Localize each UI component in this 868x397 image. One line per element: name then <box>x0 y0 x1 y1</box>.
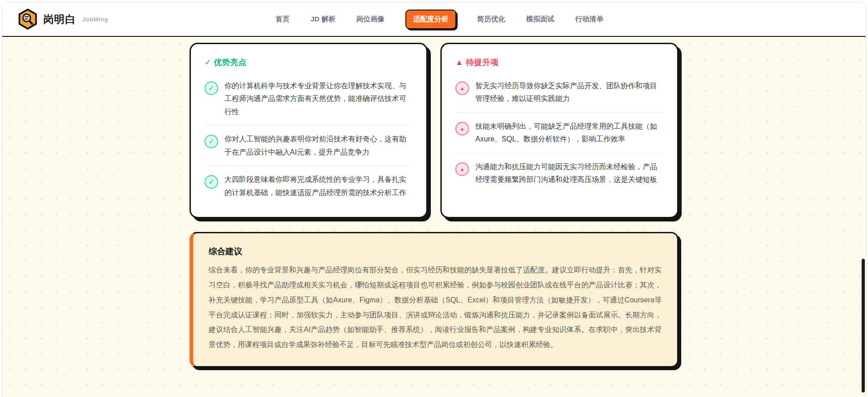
strength-item-text: 你的计算机科学与技术专业背景让你在理解技术实现、与工程师沟通产品需求方面有天然优… <box>224 80 413 118</box>
nav-item-action-list[interactable]: 行动清单 <box>575 15 604 24</box>
improvements-card-title: ▲ 待提升项 <box>455 57 663 68</box>
strengths-card-title: ✓ 优势亮点 <box>205 57 413 68</box>
main-nav: 首页 JD 解析 岗位画像 适配度分析 简历优化 模拟面试 行动清单 <box>275 10 604 29</box>
strength-item: ✓ 你对人工智能的兴趣表明你对前沿技术有好奇心，这有助于在产品设计中融入AI元素… <box>205 125 413 166</box>
check-circle-icon: ✓ <box>205 81 218 95</box>
improvement-item: ▲ 沟通能力和抗压能力可能因无实习经历而未经检验，产品经理需要频繁跨部门沟通和处… <box>455 153 663 193</box>
strengths-card: ✓ 优势亮点 ✓ 你的计算机科学与技术专业背景让你在理解技术实现、与工程师沟通产… <box>190 43 428 218</box>
brand-subtitle: JobMing <box>82 16 108 23</box>
app-window: 岗明白 JobMing 首页 JD 解析 岗位画像 适配度分析 简历优化 模拟面… <box>2 2 866 397</box>
advice-card-body: 综合来看，你的专业背景和兴趣与产品经理岗位有部分契合，但实习经历和技能的缺失显著… <box>209 263 662 352</box>
improvement-item-text: 技能未明确列出，可能缺乏产品经理常用的工具技能（如Axure、SQL、数据分析软… <box>475 120 663 146</box>
improvement-item-text: 暂无实习经历导致你缺乏实际产品开发、团队协作和项目管理经验，难以证明实践能力 <box>475 80 663 106</box>
brand-logo[interactable]: 岗明白 JobMing <box>18 8 108 30</box>
nav-item-resume-optimize[interactable]: 简历优化 <box>477 15 505 24</box>
top-navigation-bar: 岗明白 JobMing 首页 JD 解析 岗位画像 适配度分析 简历优化 模拟面… <box>2 2 866 37</box>
nav-item-job-profile[interactable]: 岗位画像 <box>356 15 384 24</box>
brand-name: 岗明白 <box>43 12 76 26</box>
strength-item-text: 你对人工智能的兴趣表明你对前沿技术有好奇心，这有助于在产品设计中融入AI元素，提… <box>224 133 413 159</box>
nav-item-mock-interview[interactable]: 模拟面试 <box>526 15 554 24</box>
improvement-item: ▲ 暂无实习经历导致你缺乏实际产品开发、团队协作和项目管理经验，难以证明实践能力 <box>455 72 663 112</box>
scrollbar-thumb[interactable] <box>862 259 865 392</box>
overall-advice-card: 综合建议 综合来看，你的专业背景和兴趣与产品经理岗位有部分契合，但实习经历和技能… <box>190 232 678 367</box>
check-icon: ✓ <box>205 58 211 67</box>
improvement-item: ▲ 技能未明确列出，可能缺乏产品经理常用的工具技能（如Axure、SQL、数据分… <box>455 112 663 153</box>
improvement-item-text: 沟通能力和抗压能力可能因无实习经历而未经检验，产品经理需要频繁跨部门沟通和处理高… <box>475 161 663 186</box>
warning-triangle-icon: ▲ <box>455 58 464 67</box>
nav-item-home[interactable]: 首页 <box>275 15 289 24</box>
strength-item: ✓ 你的计算机科学与技术专业背景让你在理解技术实现、与工程师沟通产品需求方面有天… <box>205 72 413 125</box>
improvements-card: ▲ 待提升项 ▲ 暂无实习经历导致你缺乏实际产品开发、团队协作和项目管理经验，难… <box>440 43 678 218</box>
main-content-area: ✓ 优势亮点 ✓ 你的计算机科学与技术专业背景让你在理解技术实现、与工程师沟通产… <box>2 37 866 397</box>
nav-item-fit-analysis-active[interactable]: 适配度分析 <box>405 10 456 29</box>
analysis-cards-row: ✓ 优势亮点 ✓ 你的计算机科学与技术专业背景让你在理解技术实现、与工程师沟通产… <box>190 43 678 218</box>
strength-item-text: 大四阶段意味着你即将完成系统性的专业学习，具备扎实的计算机基础，能快速适应产品经… <box>224 173 413 199</box>
advice-card-title: 综合建议 <box>209 246 662 257</box>
check-circle-icon: ✓ <box>205 175 218 189</box>
warning-circle-icon: ▲ <box>455 81 469 95</box>
check-circle-icon: ✓ <box>205 135 218 148</box>
warning-circle-icon: ▲ <box>455 122 469 136</box>
strength-item: ✓ 大四阶段意味着你即将完成系统性的专业学习，具备扎实的计算机基础，能快速适应产… <box>205 166 413 206</box>
warning-circle-icon: ▲ <box>455 162 469 176</box>
hexagon-magnifier-icon <box>18 8 38 30</box>
nav-item-jd-analysis[interactable]: JD 解析 <box>310 15 335 24</box>
